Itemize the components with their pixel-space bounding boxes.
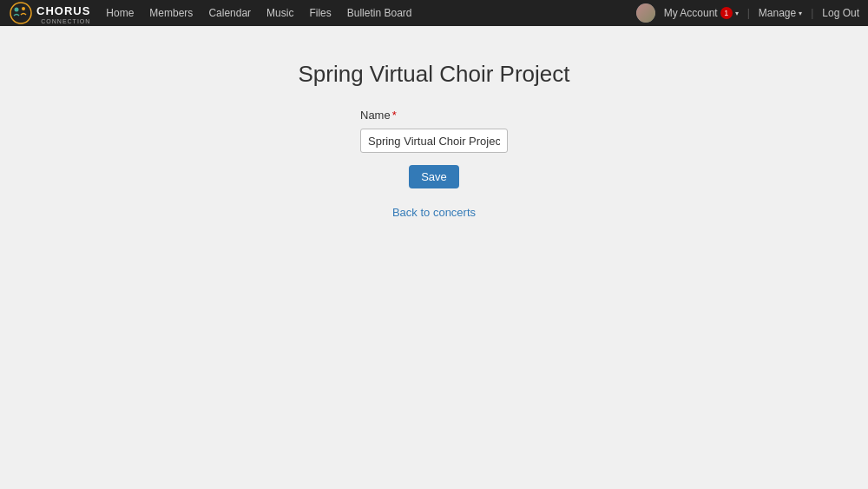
page-title: Spring Virtual Choir Project (298, 61, 569, 88)
logo-icon (9, 2, 33, 24)
navbar-left: CHORUS CONNECTION Home Members Calendar … (9, 2, 411, 24)
avatar (636, 3, 655, 23)
svg-point-1 (15, 8, 19, 12)
name-input[interactable] (360, 129, 508, 153)
nav-calendar[interactable]: Calendar (208, 7, 251, 19)
name-label: Name* (360, 109, 397, 122)
avatar-image (636, 3, 655, 23)
form-container: Name* Save Back to concerts (360, 109, 508, 219)
chevron-down-icon-manage: ▾ (799, 10, 802, 17)
required-marker: * (392, 109, 397, 122)
main-content: Spring Virtual Choir Project Name* Save … (0, 26, 868, 219)
logo[interactable]: CHORUS CONNECTION (9, 2, 90, 24)
manage-menu[interactable]: Manage ▾ (759, 7, 802, 19)
nav-home[interactable]: Home (106, 7, 134, 19)
chevron-down-icon: ▾ (735, 10, 739, 17)
svg-point-2 (22, 7, 25, 10)
save-button[interactable]: Save (409, 165, 459, 188)
nav-bulletin-board[interactable]: Bulletin Board (347, 7, 412, 19)
notification-badge: 1 (720, 7, 733, 19)
navbar-right: My Account 1 ▾ | Manage ▾ | Log Out (636, 3, 859, 23)
back-to-concerts-link[interactable]: Back to concerts (392, 206, 476, 219)
navbar: CHORUS CONNECTION Home Members Calendar … (0, 0, 868, 26)
nav-music[interactable]: Music (266, 7, 293, 19)
svg-point-0 (10, 3, 31, 23)
logout-button[interactable]: Log Out (822, 7, 859, 19)
logo-text: CHORUS CONNECTION (36, 3, 90, 24)
nav-divider: | (747, 7, 750, 19)
nav-files[interactable]: Files (309, 7, 331, 19)
my-account-menu[interactable]: My Account 1 ▾ (664, 7, 739, 19)
nav-divider-2: | (811, 7, 813, 19)
nav-members[interactable]: Members (149, 7, 193, 19)
manage-label: Manage (759, 7, 796, 19)
my-account-label: My Account (664, 7, 718, 19)
